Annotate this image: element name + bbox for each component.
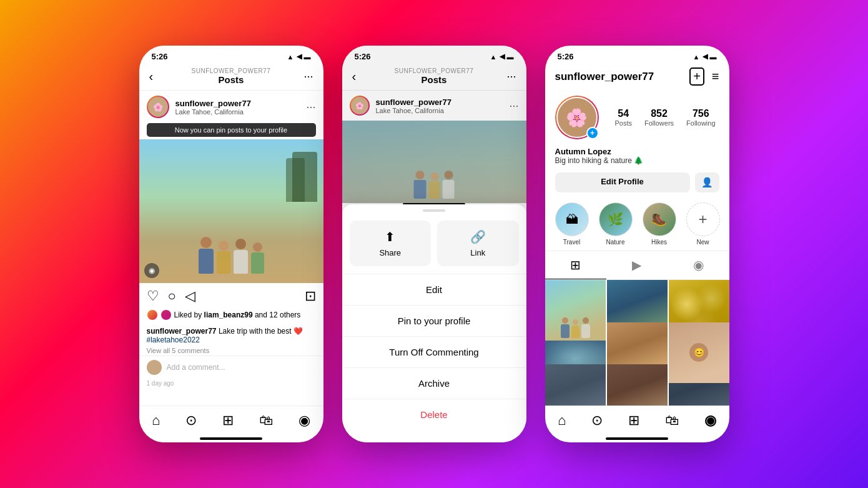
sheet-archive-btn[interactable]: Archive [342,368,526,399]
sheet-handle [423,209,445,212]
status-icons-3: ▲ ◀ ▬ [693,52,717,61]
wifi-icon-3: ◀ [703,52,708,61]
post-figures-1 [139,139,323,283]
nav-profile-3[interactable]: ◉ [704,412,716,429]
nav-create-1[interactable]: ⊞ [222,412,234,429]
share-icon[interactable]: ◁ [185,288,195,304]
post-figures-2 [414,171,455,199]
nav-home-1[interactable]: ⌂ [152,412,160,429]
sheet-pin-btn[interactable]: Pin to your profile [342,306,526,337]
add-friend-btn[interactable]: 👤 [695,172,719,192]
edit-profile-btn[interactable]: Edit Profile [555,172,690,192]
comment-avatar-1 [147,360,162,375]
pin-tooltip: Now you can pin posts to your profile [147,123,316,137]
bottom-nav-3: ⌂ ⊙ ⊞ 🛍 ◉ [545,406,729,437]
share-icon-btn: ⬆ [385,229,395,244]
save-icon[interactable]: ⊡ [305,288,316,304]
more-options-2[interactable]: ··· [506,70,516,83]
back-button-1[interactable]: ‹ [149,69,154,84]
posts-label: Posts [614,119,632,127]
followers-stat[interactable]: 852 Followers [644,108,674,127]
highlight-new-circle[interactable]: + [686,202,720,236]
tab-grid[interactable]: ⊞ [545,251,606,279]
highlight-hikes-circle[interactable]: 🥾 [643,202,676,236]
likes-section-1: Liked by liam_beanz99 and 12 others [139,309,323,326]
profile-username: sunflower_power77 [555,71,654,83]
following-label: Following [686,119,715,127]
post-more-options-2[interactable]: ··· [509,99,518,112]
add-post-icon[interactable]: + [689,67,704,86]
profile-tabs: ⊞ ▶ ◉ [545,251,729,280]
post-image-2 [342,121,526,203]
following-stat[interactable]: 756 Following [686,108,715,127]
post-overlay-avatar: ◉ [144,263,159,278]
tab-reels[interactable]: ▶ [606,251,668,279]
post-location-2: Lake Tahoe, California [376,107,503,114]
caption-hashtag-1: #laketahoe2022 [147,336,200,344]
phone3: 5:26 ▲ ◀ ▬ sunflower_power77 + ≡ 🌸 + 54 … [545,46,729,442]
post-avatar-2: 🌸 [350,96,370,116]
nav-home-3[interactable]: ⌂ [558,412,566,429]
nav-create-3[interactable]: ⊞ [628,412,639,429]
view-comments-1[interactable]: View all 5 comments [139,346,323,356]
back-button-2[interactable]: ‹ [352,69,357,84]
header-2: ‹ SUNFLOWER_POWER77 Posts ··· [342,65,526,91]
nav-shop-3[interactable]: 🛍 [665,412,679,429]
sheet-link-btn[interactable]: 🔗 Link [437,221,519,266]
profile-avatar-wrap[interactable]: 🌸 + [555,96,599,139]
comment-icon[interactable]: ○ [168,288,176,304]
grid-cell-6[interactable]: 😊 [669,322,729,383]
liked-avatars-1: Liked by liam_beanz99 and 12 others [147,309,316,321]
grid-cell-1[interactable] [545,280,606,341]
highlight-hikes[interactable]: 🥾 Hikes [643,202,676,246]
home-indicator-3 [606,437,668,440]
add-comment-1: Add a comment... [139,356,323,379]
time-ago-1: 1 day ago [139,379,323,391]
highlight-new[interactable]: + New [686,202,720,246]
highlight-hikes-label: Hikes [651,239,667,246]
hikes-img: 🥾 [651,212,667,227]
add-story-btn[interactable]: + [586,127,599,139]
nav-shop-1[interactable]: 🛍 [259,412,273,429]
profile-header: sunflower_power77 + ≡ [545,65,729,91]
nav-search-3[interactable]: ⊙ [591,412,603,429]
post-location-1: Lake Tahoe, California [175,108,300,116]
nature-img: 🌿 [608,212,623,227]
sheet-top-row: ⬆ Share 🔗 Link [342,221,526,274]
sheet-commenting-btn[interactable]: Turn Off Commenting [342,337,526,368]
highlight-travel[interactable]: 🏔 Travel [555,202,589,246]
highlight-travel-circle[interactable]: 🏔 [555,202,589,236]
person-4 [251,242,264,274]
phone2: 5:26 ▲ ◀ ▬ ‹ SUNFLOWER_POWER77 Posts ···… [342,46,526,442]
grid-cell-8[interactable] [607,364,668,406]
sheet-edit-btn[interactable]: Edit [342,274,526,306]
post-avatar-1: 🌸 [147,96,169,118]
highlights-row: 🏔 Travel 🌿 Nature 🥾 Hikes + New [545,197,729,251]
add-friend-icon: 👤 [701,177,713,187]
bottom-sheet: ⬆ Share 🔗 Link Edit Pin to your profile … [342,204,526,442]
post-image-1: ◉ [139,139,323,283]
status-bar-3: 5:26 ▲ ◀ ▬ [545,46,729,65]
highlight-nature-circle[interactable]: 🌿 [599,202,633,236]
travel-img: 🏔 [566,212,578,227]
header-username-small-1: SUNFLOWER_POWER77 [192,67,271,74]
signal-icon-3: ▲ [693,53,700,61]
post-more-options-1[interactable]: ··· [306,101,315,114]
more-options-1[interactable]: ··· [303,70,313,83]
tab-tagged[interactable]: ◉ [668,251,729,279]
nav-search-1[interactable]: ⊙ [185,412,197,429]
highlight-nature[interactable]: 🌿 Nature [599,202,633,246]
menu-icon[interactable]: ≡ [712,69,719,84]
person-3 [234,239,248,274]
sheet-delete-btn[interactable]: Delete [342,399,526,430]
bio-name: Autumn Lopez [555,147,719,156]
sheet-share-btn[interactable]: ⬆ Share [350,221,432,266]
post-header-1: 🌸 sunflower_power77 Lake Tahoe, Californ… [139,91,323,123]
post-header-2: 🌸 sunflower_power77 Lake Tahoe, Californ… [342,91,526,121]
time-2: 5:26 [355,52,371,61]
grid-cell-7[interactable] [545,364,606,406]
person-1 [199,237,214,274]
comment-input-1[interactable]: Add a comment... [167,363,316,372]
nav-profile-1[interactable]: ◉ [298,412,310,429]
like-icon[interactable]: ♡ [147,288,159,304]
